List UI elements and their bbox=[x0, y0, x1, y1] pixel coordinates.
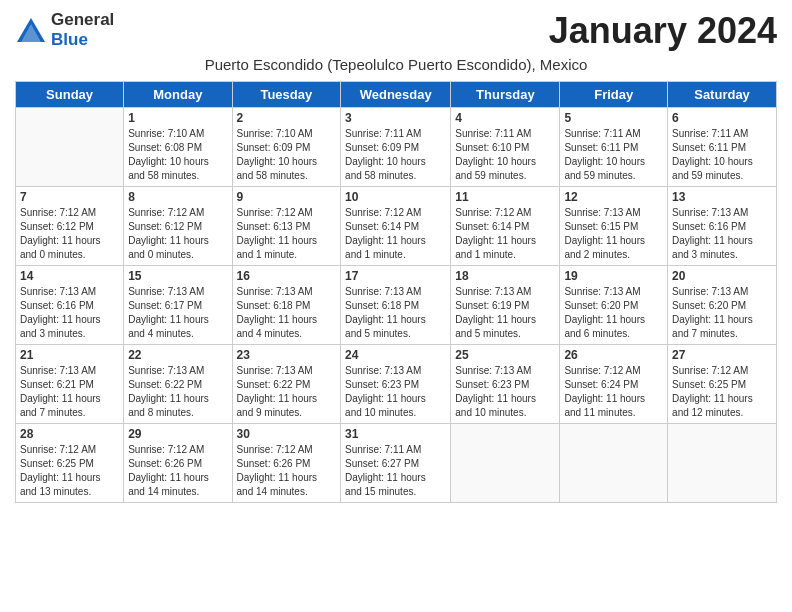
weekday-header-tuesday: Tuesday bbox=[232, 82, 341, 108]
day-info: Sunrise: 7:10 AM Sunset: 6:09 PM Dayligh… bbox=[237, 127, 337, 183]
day-number: 7 bbox=[20, 190, 119, 204]
day-number: 17 bbox=[345, 269, 446, 283]
day-number: 16 bbox=[237, 269, 337, 283]
calendar-cell: 7Sunrise: 7:12 AM Sunset: 6:12 PM Daylig… bbox=[16, 187, 124, 266]
day-info: Sunrise: 7:12 AM Sunset: 6:12 PM Dayligh… bbox=[20, 206, 119, 262]
calendar-cell: 22Sunrise: 7:13 AM Sunset: 6:22 PM Dayli… bbox=[124, 345, 232, 424]
day-info: Sunrise: 7:12 AM Sunset: 6:14 PM Dayligh… bbox=[345, 206, 446, 262]
day-info: Sunrise: 7:13 AM Sunset: 6:18 PM Dayligh… bbox=[345, 285, 446, 341]
day-number: 30 bbox=[237, 427, 337, 441]
calendar-cell: 25Sunrise: 7:13 AM Sunset: 6:23 PM Dayli… bbox=[451, 345, 560, 424]
day-info: Sunrise: 7:13 AM Sunset: 6:22 PM Dayligh… bbox=[237, 364, 337, 420]
weekday-header-thursday: Thursday bbox=[451, 82, 560, 108]
day-number: 25 bbox=[455, 348, 555, 362]
calendar-cell: 13Sunrise: 7:13 AM Sunset: 6:16 PM Dayli… bbox=[668, 187, 777, 266]
day-number: 12 bbox=[564, 190, 663, 204]
day-info: Sunrise: 7:12 AM Sunset: 6:26 PM Dayligh… bbox=[237, 443, 337, 499]
logo-icon bbox=[15, 14, 47, 46]
calendar-cell: 20Sunrise: 7:13 AM Sunset: 6:20 PM Dayli… bbox=[668, 266, 777, 345]
calendar-cell: 26Sunrise: 7:12 AM Sunset: 6:24 PM Dayli… bbox=[560, 345, 668, 424]
calendar-cell: 1Sunrise: 7:10 AM Sunset: 6:08 PM Daylig… bbox=[124, 108, 232, 187]
calendar: SundayMondayTuesdayWednesdayThursdayFrid… bbox=[15, 81, 777, 503]
calendar-cell: 16Sunrise: 7:13 AM Sunset: 6:18 PM Dayli… bbox=[232, 266, 341, 345]
day-number: 21 bbox=[20, 348, 119, 362]
day-info: Sunrise: 7:13 AM Sunset: 6:21 PM Dayligh… bbox=[20, 364, 119, 420]
calendar-cell: 15Sunrise: 7:13 AM Sunset: 6:17 PM Dayli… bbox=[124, 266, 232, 345]
day-number: 24 bbox=[345, 348, 446, 362]
calendar-cell: 9Sunrise: 7:12 AM Sunset: 6:13 PM Daylig… bbox=[232, 187, 341, 266]
day-number: 1 bbox=[128, 111, 227, 125]
day-info: Sunrise: 7:13 AM Sunset: 6:19 PM Dayligh… bbox=[455, 285, 555, 341]
day-info: Sunrise: 7:12 AM Sunset: 6:12 PM Dayligh… bbox=[128, 206, 227, 262]
day-number: 4 bbox=[455, 111, 555, 125]
logo-blue-text: Blue bbox=[51, 30, 114, 50]
day-number: 10 bbox=[345, 190, 446, 204]
day-number: 18 bbox=[455, 269, 555, 283]
day-info: Sunrise: 7:12 AM Sunset: 6:13 PM Dayligh… bbox=[237, 206, 337, 262]
calendar-cell: 27Sunrise: 7:12 AM Sunset: 6:25 PM Dayli… bbox=[668, 345, 777, 424]
day-info: Sunrise: 7:12 AM Sunset: 6:25 PM Dayligh… bbox=[672, 364, 772, 420]
calendar-cell: 5Sunrise: 7:11 AM Sunset: 6:11 PM Daylig… bbox=[560, 108, 668, 187]
week-row-1: 1Sunrise: 7:10 AM Sunset: 6:08 PM Daylig… bbox=[16, 108, 777, 187]
week-row-3: 14Sunrise: 7:13 AM Sunset: 6:16 PM Dayli… bbox=[16, 266, 777, 345]
day-info: Sunrise: 7:13 AM Sunset: 6:18 PM Dayligh… bbox=[237, 285, 337, 341]
calendar-cell bbox=[560, 424, 668, 503]
day-info: Sunrise: 7:11 AM Sunset: 6:10 PM Dayligh… bbox=[455, 127, 555, 183]
weekday-header-wednesday: Wednesday bbox=[341, 82, 451, 108]
day-info: Sunrise: 7:13 AM Sunset: 6:17 PM Dayligh… bbox=[128, 285, 227, 341]
calendar-cell: 17Sunrise: 7:13 AM Sunset: 6:18 PM Dayli… bbox=[341, 266, 451, 345]
day-number: 28 bbox=[20, 427, 119, 441]
calendar-cell: 3Sunrise: 7:11 AM Sunset: 6:09 PM Daylig… bbox=[341, 108, 451, 187]
day-info: Sunrise: 7:11 AM Sunset: 6:11 PM Dayligh… bbox=[672, 127, 772, 183]
day-number: 5 bbox=[564, 111, 663, 125]
day-info: Sunrise: 7:11 AM Sunset: 6:27 PM Dayligh… bbox=[345, 443, 446, 499]
day-info: Sunrise: 7:13 AM Sunset: 6:16 PM Dayligh… bbox=[672, 206, 772, 262]
calendar-cell: 21Sunrise: 7:13 AM Sunset: 6:21 PM Dayli… bbox=[16, 345, 124, 424]
day-number: 9 bbox=[237, 190, 337, 204]
calendar-cell: 4Sunrise: 7:11 AM Sunset: 6:10 PM Daylig… bbox=[451, 108, 560, 187]
day-number: 31 bbox=[345, 427, 446, 441]
day-number: 8 bbox=[128, 190, 227, 204]
day-number: 14 bbox=[20, 269, 119, 283]
day-info: Sunrise: 7:13 AM Sunset: 6:23 PM Dayligh… bbox=[455, 364, 555, 420]
day-number: 11 bbox=[455, 190, 555, 204]
calendar-cell: 19Sunrise: 7:13 AM Sunset: 6:20 PM Dayli… bbox=[560, 266, 668, 345]
day-number: 13 bbox=[672, 190, 772, 204]
calendar-cell: 31Sunrise: 7:11 AM Sunset: 6:27 PM Dayli… bbox=[341, 424, 451, 503]
calendar-cell bbox=[16, 108, 124, 187]
day-info: Sunrise: 7:10 AM Sunset: 6:08 PM Dayligh… bbox=[128, 127, 227, 183]
day-number: 15 bbox=[128, 269, 227, 283]
day-info: Sunrise: 7:12 AM Sunset: 6:14 PM Dayligh… bbox=[455, 206, 555, 262]
day-info: Sunrise: 7:13 AM Sunset: 6:15 PM Dayligh… bbox=[564, 206, 663, 262]
week-row-4: 21Sunrise: 7:13 AM Sunset: 6:21 PM Dayli… bbox=[16, 345, 777, 424]
calendar-cell: 10Sunrise: 7:12 AM Sunset: 6:14 PM Dayli… bbox=[341, 187, 451, 266]
day-number: 19 bbox=[564, 269, 663, 283]
day-info: Sunrise: 7:13 AM Sunset: 6:16 PM Dayligh… bbox=[20, 285, 119, 341]
calendar-cell: 18Sunrise: 7:13 AM Sunset: 6:19 PM Dayli… bbox=[451, 266, 560, 345]
day-number: 29 bbox=[128, 427, 227, 441]
calendar-cell: 11Sunrise: 7:12 AM Sunset: 6:14 PM Dayli… bbox=[451, 187, 560, 266]
day-info: Sunrise: 7:11 AM Sunset: 6:11 PM Dayligh… bbox=[564, 127, 663, 183]
weekday-header-saturday: Saturday bbox=[668, 82, 777, 108]
weekday-header-friday: Friday bbox=[560, 82, 668, 108]
day-number: 3 bbox=[345, 111, 446, 125]
day-info: Sunrise: 7:13 AM Sunset: 6:22 PM Dayligh… bbox=[128, 364, 227, 420]
day-number: 23 bbox=[237, 348, 337, 362]
day-info: Sunrise: 7:12 AM Sunset: 6:26 PM Dayligh… bbox=[128, 443, 227, 499]
day-info: Sunrise: 7:12 AM Sunset: 6:24 PM Dayligh… bbox=[564, 364, 663, 420]
calendar-cell: 29Sunrise: 7:12 AM Sunset: 6:26 PM Dayli… bbox=[124, 424, 232, 503]
day-number: 6 bbox=[672, 111, 772, 125]
day-info: Sunrise: 7:12 AM Sunset: 6:25 PM Dayligh… bbox=[20, 443, 119, 499]
weekday-header-sunday: Sunday bbox=[16, 82, 124, 108]
calendar-cell: 30Sunrise: 7:12 AM Sunset: 6:26 PM Dayli… bbox=[232, 424, 341, 503]
day-info: Sunrise: 7:11 AM Sunset: 6:09 PM Dayligh… bbox=[345, 127, 446, 183]
day-number: 26 bbox=[564, 348, 663, 362]
calendar-cell: 14Sunrise: 7:13 AM Sunset: 6:16 PM Dayli… bbox=[16, 266, 124, 345]
weekday-header-monday: Monday bbox=[124, 82, 232, 108]
header: General Blue January 2024 bbox=[15, 10, 777, 52]
logo: General Blue bbox=[15, 10, 114, 50]
calendar-cell: 24Sunrise: 7:13 AM Sunset: 6:23 PM Dayli… bbox=[341, 345, 451, 424]
calendar-cell: 23Sunrise: 7:13 AM Sunset: 6:22 PM Dayli… bbox=[232, 345, 341, 424]
day-info: Sunrise: 7:13 AM Sunset: 6:20 PM Dayligh… bbox=[672, 285, 772, 341]
calendar-cell: 28Sunrise: 7:12 AM Sunset: 6:25 PM Dayli… bbox=[16, 424, 124, 503]
